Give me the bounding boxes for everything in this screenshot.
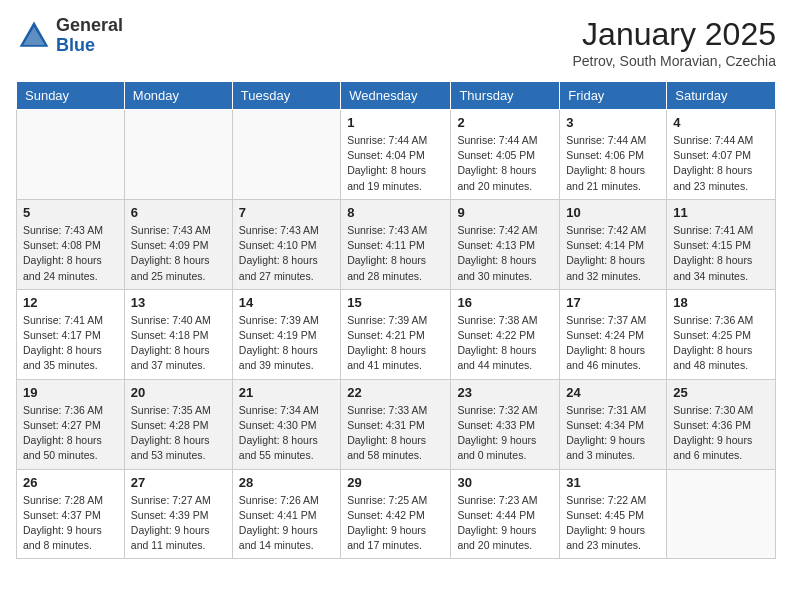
day-info: Sunrise: 7:40 AM Sunset: 4:18 PM Dayligh… (131, 313, 226, 374)
calendar-cell (667, 469, 776, 559)
logo: General Blue (16, 16, 123, 56)
calendar-cell: 4Sunrise: 7:44 AM Sunset: 4:07 PM Daylig… (667, 110, 776, 200)
day-number: 18 (673, 295, 769, 310)
calendar-cell: 13Sunrise: 7:40 AM Sunset: 4:18 PM Dayli… (124, 289, 232, 379)
day-number: 27 (131, 475, 226, 490)
calendar-cell: 18Sunrise: 7:36 AM Sunset: 4:25 PM Dayli… (667, 289, 776, 379)
calendar-cell: 30Sunrise: 7:23 AM Sunset: 4:44 PM Dayli… (451, 469, 560, 559)
day-info: Sunrise: 7:37 AM Sunset: 4:24 PM Dayligh… (566, 313, 660, 374)
calendar-cell: 26Sunrise: 7:28 AM Sunset: 4:37 PM Dayli… (17, 469, 125, 559)
day-number: 14 (239, 295, 334, 310)
calendar-cell (232, 110, 340, 200)
day-info: Sunrise: 7:36 AM Sunset: 4:25 PM Dayligh… (673, 313, 769, 374)
day-number: 29 (347, 475, 444, 490)
calendar-week-row: 5Sunrise: 7:43 AM Sunset: 4:08 PM Daylig… (17, 199, 776, 289)
calendar-cell: 1Sunrise: 7:44 AM Sunset: 4:04 PM Daylig… (341, 110, 451, 200)
day-number: 3 (566, 115, 660, 130)
calendar-cell: 5Sunrise: 7:43 AM Sunset: 4:08 PM Daylig… (17, 199, 125, 289)
day-info: Sunrise: 7:35 AM Sunset: 4:28 PM Dayligh… (131, 403, 226, 464)
day-number: 7 (239, 205, 334, 220)
day-number: 21 (239, 385, 334, 400)
logo-general-text: General (56, 16, 123, 36)
calendar-cell: 11Sunrise: 7:41 AM Sunset: 4:15 PM Dayli… (667, 199, 776, 289)
day-info: Sunrise: 7:42 AM Sunset: 4:13 PM Dayligh… (457, 223, 553, 284)
calendar-cell: 19Sunrise: 7:36 AM Sunset: 4:27 PM Dayli… (17, 379, 125, 469)
column-header-tuesday: Tuesday (232, 82, 340, 110)
logo-blue-text: Blue (56, 36, 123, 56)
day-info: Sunrise: 7:32 AM Sunset: 4:33 PM Dayligh… (457, 403, 553, 464)
day-number: 10 (566, 205, 660, 220)
calendar-cell: 17Sunrise: 7:37 AM Sunset: 4:24 PM Dayli… (560, 289, 667, 379)
column-header-monday: Monday (124, 82, 232, 110)
calendar-cell: 2Sunrise: 7:44 AM Sunset: 4:05 PM Daylig… (451, 110, 560, 200)
day-info: Sunrise: 7:36 AM Sunset: 4:27 PM Dayligh… (23, 403, 118, 464)
day-number: 28 (239, 475, 334, 490)
day-info: Sunrise: 7:22 AM Sunset: 4:45 PM Dayligh… (566, 493, 660, 554)
day-info: Sunrise: 7:30 AM Sunset: 4:36 PM Dayligh… (673, 403, 769, 464)
day-number: 11 (673, 205, 769, 220)
calendar-cell: 14Sunrise: 7:39 AM Sunset: 4:19 PM Dayli… (232, 289, 340, 379)
calendar-table: SundayMondayTuesdayWednesdayThursdayFrid… (16, 81, 776, 559)
day-number: 20 (131, 385, 226, 400)
day-info: Sunrise: 7:43 AM Sunset: 4:11 PM Dayligh… (347, 223, 444, 284)
month-year-title: January 2025 (572, 16, 776, 53)
calendar-cell: 15Sunrise: 7:39 AM Sunset: 4:21 PM Dayli… (341, 289, 451, 379)
day-info: Sunrise: 7:38 AM Sunset: 4:22 PM Dayligh… (457, 313, 553, 374)
calendar-week-row: 12Sunrise: 7:41 AM Sunset: 4:17 PM Dayli… (17, 289, 776, 379)
calendar-cell (17, 110, 125, 200)
calendar-cell (124, 110, 232, 200)
day-info: Sunrise: 7:43 AM Sunset: 4:10 PM Dayligh… (239, 223, 334, 284)
day-number: 25 (673, 385, 769, 400)
day-info: Sunrise: 7:43 AM Sunset: 4:08 PM Dayligh… (23, 223, 118, 284)
day-number: 12 (23, 295, 118, 310)
day-number: 30 (457, 475, 553, 490)
calendar-cell: 7Sunrise: 7:43 AM Sunset: 4:10 PM Daylig… (232, 199, 340, 289)
calendar-cell: 22Sunrise: 7:33 AM Sunset: 4:31 PM Dayli… (341, 379, 451, 469)
day-info: Sunrise: 7:44 AM Sunset: 4:06 PM Dayligh… (566, 133, 660, 194)
day-number: 1 (347, 115, 444, 130)
calendar-cell: 23Sunrise: 7:32 AM Sunset: 4:33 PM Dayli… (451, 379, 560, 469)
calendar-cell: 27Sunrise: 7:27 AM Sunset: 4:39 PM Dayli… (124, 469, 232, 559)
column-header-saturday: Saturday (667, 82, 776, 110)
day-number: 19 (23, 385, 118, 400)
calendar-header-row: SundayMondayTuesdayWednesdayThursdayFrid… (17, 82, 776, 110)
day-number: 15 (347, 295, 444, 310)
day-info: Sunrise: 7:41 AM Sunset: 4:17 PM Dayligh… (23, 313, 118, 374)
calendar-cell: 9Sunrise: 7:42 AM Sunset: 4:13 PM Daylig… (451, 199, 560, 289)
day-info: Sunrise: 7:44 AM Sunset: 4:04 PM Dayligh… (347, 133, 444, 194)
calendar-cell: 16Sunrise: 7:38 AM Sunset: 4:22 PM Dayli… (451, 289, 560, 379)
calendar-cell: 24Sunrise: 7:31 AM Sunset: 4:34 PM Dayli… (560, 379, 667, 469)
column-header-friday: Friday (560, 82, 667, 110)
calendar-cell: 10Sunrise: 7:42 AM Sunset: 4:14 PM Dayli… (560, 199, 667, 289)
day-info: Sunrise: 7:25 AM Sunset: 4:42 PM Dayligh… (347, 493, 444, 554)
calendar-cell: 20Sunrise: 7:35 AM Sunset: 4:28 PM Dayli… (124, 379, 232, 469)
calendar-cell: 12Sunrise: 7:41 AM Sunset: 4:17 PM Dayli… (17, 289, 125, 379)
page-header: General Blue January 2025 Petrov, South … (16, 16, 776, 69)
calendar-cell: 3Sunrise: 7:44 AM Sunset: 4:06 PM Daylig… (560, 110, 667, 200)
calendar-cell: 29Sunrise: 7:25 AM Sunset: 4:42 PM Dayli… (341, 469, 451, 559)
calendar-cell: 25Sunrise: 7:30 AM Sunset: 4:36 PM Dayli… (667, 379, 776, 469)
day-number: 26 (23, 475, 118, 490)
day-info: Sunrise: 7:33 AM Sunset: 4:31 PM Dayligh… (347, 403, 444, 464)
calendar-week-row: 26Sunrise: 7:28 AM Sunset: 4:37 PM Dayli… (17, 469, 776, 559)
title-area: January 2025 Petrov, South Moravian, Cze… (572, 16, 776, 69)
column-header-sunday: Sunday (17, 82, 125, 110)
day-number: 4 (673, 115, 769, 130)
day-number: 9 (457, 205, 553, 220)
day-number: 31 (566, 475, 660, 490)
day-info: Sunrise: 7:23 AM Sunset: 4:44 PM Dayligh… (457, 493, 553, 554)
calendar-week-row: 1Sunrise: 7:44 AM Sunset: 4:04 PM Daylig… (17, 110, 776, 200)
logo-icon (16, 18, 52, 54)
day-number: 23 (457, 385, 553, 400)
calendar-cell: 31Sunrise: 7:22 AM Sunset: 4:45 PM Dayli… (560, 469, 667, 559)
day-info: Sunrise: 7:31 AM Sunset: 4:34 PM Dayligh… (566, 403, 660, 464)
calendar-cell: 28Sunrise: 7:26 AM Sunset: 4:41 PM Dayli… (232, 469, 340, 559)
day-info: Sunrise: 7:42 AM Sunset: 4:14 PM Dayligh… (566, 223, 660, 284)
calendar-cell: 8Sunrise: 7:43 AM Sunset: 4:11 PM Daylig… (341, 199, 451, 289)
day-number: 8 (347, 205, 444, 220)
column-header-wednesday: Wednesday (341, 82, 451, 110)
day-number: 5 (23, 205, 118, 220)
day-info: Sunrise: 7:39 AM Sunset: 4:21 PM Dayligh… (347, 313, 444, 374)
calendar-cell: 6Sunrise: 7:43 AM Sunset: 4:09 PM Daylig… (124, 199, 232, 289)
day-info: Sunrise: 7:28 AM Sunset: 4:37 PM Dayligh… (23, 493, 118, 554)
